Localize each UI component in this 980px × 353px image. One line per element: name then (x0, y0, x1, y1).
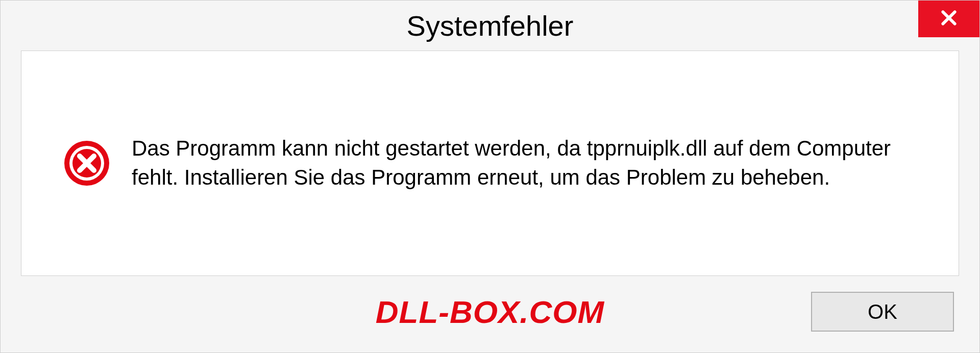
dialog-footer: DLL-BOX.COM OK (1, 286, 979, 352)
error-dialog: Systemfehler Das Programm kann nicht ges… (0, 0, 980, 353)
dialog-title: Systemfehler (407, 9, 574, 42)
content-panel: Das Programm kann nicht gestartet werden… (21, 51, 959, 276)
titlebar: Systemfehler (1, 1, 979, 51)
close-icon (939, 8, 959, 30)
watermark-text: DLL-BOX.COM (376, 294, 604, 330)
ok-button[interactable]: OK (811, 292, 954, 332)
close-button[interactable] (918, 1, 979, 37)
error-message: Das Programm kann nicht gestartet werden… (132, 134, 938, 192)
error-icon (62, 139, 111, 188)
